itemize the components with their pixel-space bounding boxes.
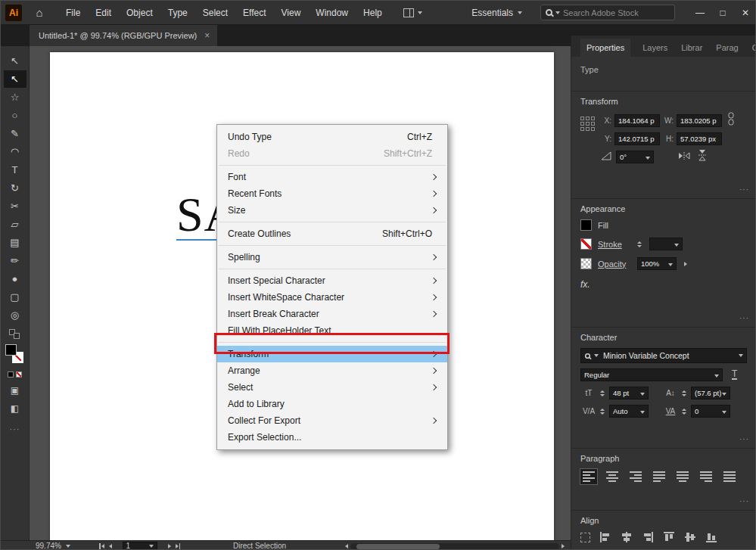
menu-item-collect-for-export[interactable]: Collect For Export <box>217 412 447 429</box>
rotation-angle-select[interactable]: 0° <box>616 151 654 163</box>
stroke-label[interactable]: Stroke <box>598 240 631 249</box>
next-artboard-button[interactable] <box>168 544 171 548</box>
none-mode-icon[interactable] <box>16 371 22 378</box>
menu-type[interactable]: Type <box>160 2 195 24</box>
opacity-select[interactable]: 100% <box>637 257 677 270</box>
toolbar-more-icon[interactable]: ··· <box>10 424 20 433</box>
stroke-weight-stepper[interactable] <box>637 241 642 247</box>
font-size-select[interactable]: 48 pt <box>609 387 649 399</box>
minimize-button[interactable]: — <box>689 1 711 25</box>
menu-item-recent-fonts[interactable]: Recent Fonts <box>217 185 447 202</box>
menu-file[interactable]: File <box>58 2 88 24</box>
align-right-button[interactable] <box>627 469 644 484</box>
font-style-select[interactable]: Regular <box>580 368 723 381</box>
vertical-align-bottom-button[interactable] <box>705 531 717 543</box>
menu-item-undo-type[interactable]: Undo Type Ctrl+Z <box>217 129 447 145</box>
shaper-tool[interactable]: ▱ <box>4 216 26 233</box>
menu-item-add-to-library[interactable]: Add to Library <box>217 396 447 412</box>
opacity-label[interactable]: Opacity <box>598 259 631 269</box>
menu-item-select[interactable]: Select <box>217 379 447 396</box>
h-input[interactable]: 57.0239 px <box>677 132 722 145</box>
draw-mode-icon[interactable]: ▣ <box>11 385 19 396</box>
menu-item-insert-whitespace-character[interactable]: Insert WhiteSpace Character <box>217 289 447 306</box>
tab-close-icon[interactable]: × <box>204 30 210 41</box>
zoom-tool[interactable]: ◎ <box>4 306 26 324</box>
font-size-stepper[interactable] <box>600 390 605 396</box>
gradient-tool[interactable]: ▤ <box>4 234 26 251</box>
vertical-align-middle-button[interactable] <box>684 531 696 543</box>
arrange-documents-icon[interactable] <box>403 8 422 17</box>
link-dimensions-icon[interactable] <box>726 112 736 129</box>
menu-window[interactable]: Window <box>308 2 356 24</box>
screen-mode-icon[interactable]: ◧ <box>11 403 19 414</box>
artboard-tool[interactable]: ▢ <box>4 288 26 306</box>
workspace-switcher[interactable]: Essentials <box>471 8 522 18</box>
stroke-color-swatch[interactable] <box>580 238 592 250</box>
justify-last-center-button[interactable] <box>674 469 691 484</box>
menu-effect[interactable]: Effect <box>235 2 273 24</box>
tab-open[interactable]: Open <box>751 39 756 57</box>
menu-edit[interactable]: Edit <box>88 2 119 24</box>
justify-last-right-button[interactable] <box>698 469 714 484</box>
character-more-options[interactable]: ··· <box>739 435 749 443</box>
horizontal-align-left-button[interactable] <box>599 531 611 543</box>
tab-layers[interactable]: Layers <box>641 39 669 57</box>
paragraph-more-options[interactable]: ··· <box>739 497 749 505</box>
touching-type-icon[interactable]: T <box>732 370 737 380</box>
artboard-number-select[interactable]: 1 <box>123 542 157 550</box>
maximize-button[interactable]: □ <box>711 1 734 25</box>
menu-item-insert-break-character[interactable]: Insert Break Character <box>217 306 447 322</box>
blob-brush-tool[interactable]: ● <box>4 270 26 287</box>
rotate-tool[interactable]: ↻ <box>4 179 26 197</box>
align-to-selection-icon[interactable] <box>580 533 590 542</box>
menu-item-export-selection[interactable]: Export Selection... <box>217 429 447 446</box>
stock-search-box[interactable] <box>540 5 675 20</box>
leading-select[interactable]: (57.6 pt) <box>691 387 730 399</box>
horizontal-scrollbar[interactable] <box>345 542 565 550</box>
tracking-select[interactable]: 0 <box>691 405 730 418</box>
first-artboard-button[interactable] <box>99 543 104 549</box>
home-icon[interactable]: ⌂ <box>31 6 48 19</box>
swap-fill-stroke-icon[interactable] <box>9 329 21 340</box>
scissors-tool[interactable]: ✂ <box>4 197 26 215</box>
y-input[interactable]: 142.0715 p <box>614 132 660 145</box>
scroll-right-icon[interactable] <box>562 544 565 548</box>
menu-item-size[interactable]: Size <box>217 202 447 219</box>
appearance-more-options[interactable]: ··· <box>739 314 749 322</box>
effects-fx-button[interactable]: fx. <box>580 279 590 290</box>
horizontal-align-right-button[interactable] <box>642 531 654 543</box>
justify-last-left-button[interactable] <box>651 469 667 484</box>
w-input[interactable]: 183.0205 p <box>677 114 722 127</box>
scroll-left-icon[interactable] <box>345 544 348 548</box>
scrollbar-thumb[interactable] <box>356 544 440 549</box>
tab-properties[interactable]: Properties <box>580 39 630 57</box>
x-input[interactable]: 184.1064 p <box>614 114 660 127</box>
transform-more-options[interactable]: ··· <box>739 185 749 194</box>
document-tab[interactable]: Untitled-1* @ 99.74% (RGB/GPU Preview) × <box>30 25 217 46</box>
justify-all-button[interactable] <box>721 469 738 484</box>
vertical-align-top-button[interactable] <box>663 531 675 543</box>
menu-item-insert-special-character[interactable]: Insert Special Character <box>217 272 447 289</box>
fill-swatch[interactable] <box>5 344 17 356</box>
type-tool[interactable]: T <box>4 161 26 179</box>
scrollbar-track[interactable] <box>350 543 559 550</box>
curvature-tool[interactable]: ◠ <box>4 143 26 160</box>
align-center-button[interactable] <box>604 469 621 484</box>
previous-artboard-button[interactable] <box>109 544 112 548</box>
horizontal-align-center-button[interactable] <box>621 531 633 543</box>
menu-item-create-outlines[interactable]: Create Outlines Shift+Ctrl+O <box>217 225 447 242</box>
menu-help[interactable]: Help <box>356 2 390 24</box>
last-artboard-button[interactable] <box>176 543 181 549</box>
menu-item-transform[interactable]: Transform <box>217 346 447 362</box>
reference-point-selector[interactable] <box>580 117 595 164</box>
flip-horizontal-icon[interactable] <box>678 150 690 163</box>
menu-item-spelling[interactable]: Spelling <box>217 249 447 266</box>
direct-selection-tool[interactable]: ↖ <box>4 70 26 88</box>
selection-tool[interactable]: ↖ <box>4 52 26 70</box>
tab-paragraph[interactable]: Parag <box>714 39 739 57</box>
pencil-tool[interactable]: ✏ <box>4 252 26 269</box>
menu-view[interactable]: View <box>274 2 309 24</box>
menu-select[interactable]: Select <box>195 2 235 24</box>
zoom-level-select[interactable]: 99.74% <box>36 542 89 550</box>
fill-color-swatch[interactable] <box>580 219 592 231</box>
